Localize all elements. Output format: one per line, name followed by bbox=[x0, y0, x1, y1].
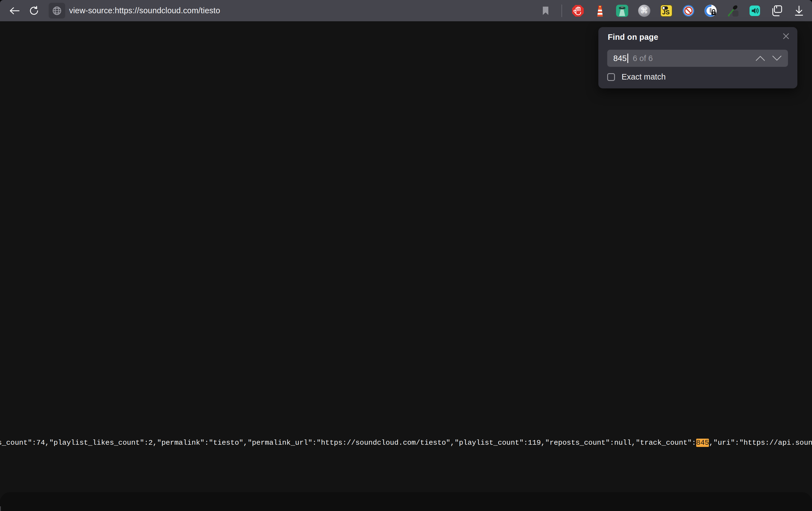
js-toggle-icon: JS bbox=[660, 5, 672, 17]
find-match-highlight: 845 bbox=[696, 439, 709, 447]
toolbar-right-group: ⌘ JS bbox=[539, 4, 805, 17]
find-search-input[interactable]: 845 6 of 6 bbox=[607, 50, 788, 67]
command-icon: ⌘ bbox=[638, 5, 650, 17]
bookmark-icon bbox=[542, 6, 549, 16]
tab-stack-icon bbox=[771, 4, 783, 17]
browser-toolbar: view-source:https://soundcloud.com/tiest… bbox=[0, 0, 812, 21]
extension-audio[interactable] bbox=[748, 4, 761, 17]
download-icon bbox=[793, 5, 805, 17]
chevron-down-icon bbox=[772, 55, 782, 61]
back-button[interactable] bbox=[8, 4, 21, 17]
left-edge-line bbox=[0, 506, 1, 511]
exact-match-checkbox[interactable] bbox=[607, 73, 615, 81]
exact-match-row: Exact match bbox=[607, 72, 666, 82]
extension-onepassword[interactable] bbox=[704, 4, 717, 17]
find-search-value: 845 bbox=[613, 54, 627, 63]
extension-ufo[interactable] bbox=[616, 4, 629, 17]
audio-speaker-icon bbox=[749, 4, 761, 17]
toolbar-divider bbox=[561, 4, 562, 17]
vinegar-spoon-icon bbox=[726, 4, 739, 17]
find-next-button[interactable] bbox=[772, 55, 782, 61]
match-counter: 6 of 6 bbox=[633, 54, 653, 63]
extension-tab-stack[interactable] bbox=[771, 4, 783, 17]
no-entry-icon bbox=[682, 4, 695, 17]
onepassword-icon bbox=[704, 4, 717, 17]
reload-button[interactable] bbox=[28, 4, 40, 17]
download-button[interactable] bbox=[793, 4, 805, 17]
extension-content-blocker[interactable] bbox=[572, 4, 584, 17]
browser-window: view-source:https://soundcloud.com/tiest… bbox=[0, 0, 812, 511]
extension-lighthouse[interactable] bbox=[594, 4, 606, 17]
find-on-page-panel: Find on page 845 6 of 6 bbox=[598, 27, 798, 88]
extension-command[interactable]: ⌘ bbox=[638, 4, 650, 17]
find-close-button[interactable] bbox=[781, 31, 791, 41]
source-text-post: ,"uri":"https://api.soun bbox=[709, 439, 812, 447]
bookmark-button[interactable] bbox=[539, 4, 552, 17]
back-arrow-icon bbox=[9, 6, 20, 15]
view-source-line: s_count":74,"playlist_likes_count":2,"pe… bbox=[0, 438, 812, 448]
site-favicon-chip[interactable] bbox=[49, 3, 65, 19]
text-caret bbox=[628, 54, 628, 63]
source-text-pre: s_count":74,"playlist_likes_count":2,"pe… bbox=[0, 439, 696, 447]
extension-vinegar[interactable] bbox=[726, 4, 739, 17]
lighthouse-icon bbox=[594, 4, 606, 17]
page-content: s_count":74,"playlist_likes_count":2,"pe… bbox=[0, 21, 812, 511]
close-icon bbox=[782, 33, 790, 40]
find-previous-button[interactable] bbox=[755, 55, 765, 61]
exact-match-label[interactable]: Exact match bbox=[621, 72, 666, 82]
extension-js-toggle[interactable]: JS bbox=[660, 4, 673, 17]
content-blocker-hand-icon bbox=[572, 4, 584, 17]
bottom-band bbox=[0, 492, 812, 511]
js-label: JS bbox=[662, 9, 670, 16]
site-globe-icon bbox=[52, 6, 62, 16]
address-bar-url[interactable]: view-source:https://soundcloud.com/tiest… bbox=[69, 6, 220, 15]
extension-no-entry[interactable] bbox=[682, 4, 695, 17]
chevron-up-icon bbox=[755, 55, 765, 61]
reload-icon bbox=[29, 6, 39, 16]
find-panel-title: Find on page bbox=[608, 33, 788, 42]
ufo-extension-icon bbox=[616, 4, 629, 17]
